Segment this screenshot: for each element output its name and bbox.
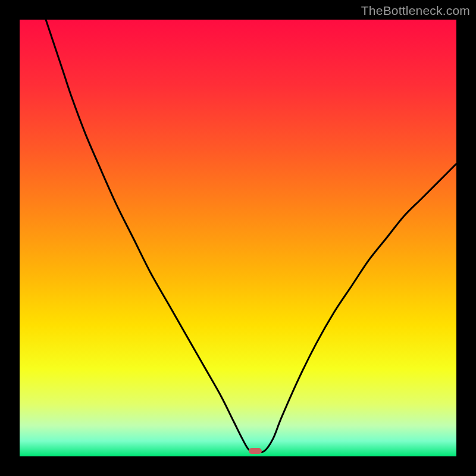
watermark-text: TheBottleneck.com	[361, 4, 470, 18]
curve-layer	[20, 20, 456, 456]
bottleneck-curve	[46, 20, 456, 452]
plot-area	[20, 20, 456, 456]
chart-frame: TheBottleneck.com	[0, 0, 476, 476]
optimal-point-marker	[249, 448, 262, 454]
